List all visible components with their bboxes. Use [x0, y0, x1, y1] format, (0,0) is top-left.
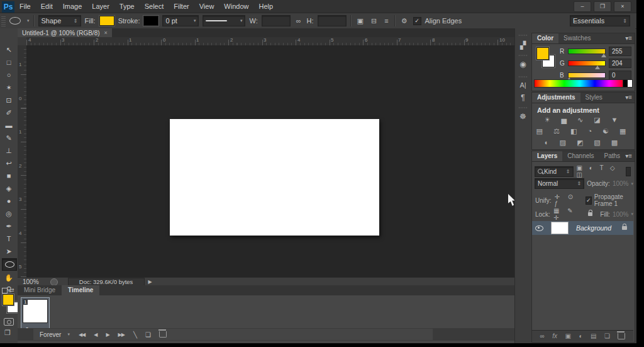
paragraph-panel-icon[interactable]: ¶ — [515, 93, 531, 102]
tab-close-icon[interactable]: × — [104, 30, 108, 36]
move-tool[interactable]: ↖ — [2, 44, 16, 55]
black-white-ramp-cap[interactable] — [623, 79, 633, 88]
lock-all-icon[interactable] — [588, 212, 592, 216]
zoom-level-field[interactable]: 100% — [23, 278, 39, 285]
new-group-folder-icon[interactable]: ▤ — [591, 333, 596, 339]
close-button[interactable]: × — [614, 1, 631, 12]
horizontal-ruler[interactable]: 4 3 2 1 0 1 2 3 4 5 6 7 8 9 10 — [26, 37, 514, 46]
loop-count-select[interactable]: Forever▾ — [40, 331, 70, 338]
menu-filter[interactable]: Filter — [169, 0, 194, 13]
eraser-tool[interactable]: ■ — [2, 170, 16, 181]
restore-button[interactable]: ❐ — [594, 1, 611, 12]
ellipse-tool-selected[interactable] — [2, 258, 17, 271]
green-slider[interactable] — [568, 60, 606, 66]
delete-frame-trash-icon[interactable] — [159, 331, 167, 338]
tab-swatches[interactable]: Swatches — [558, 33, 596, 43]
blue-value-input[interactable]: 0 — [609, 71, 631, 80]
quick-mask-icon[interactable] — [4, 318, 14, 326]
ruler-origin-corner[interactable] — [18, 37, 27, 46]
path-arrangement-icon[interactable]: ≡ — [382, 17, 390, 25]
menu-help[interactable]: Help — [253, 0, 278, 13]
hand-tool[interactable]: ✋ — [2, 272, 16, 283]
tool-preset-arrow-icon[interactable]: ▾ — [25, 18, 30, 23]
red-slider[interactable] — [568, 48, 606, 54]
menu-file[interactable]: File — [14, 0, 36, 13]
link-layers-icon[interactable]: ∞ — [540, 333, 545, 339]
blur-tool[interactable]: ● — [2, 195, 16, 207]
tab-layers[interactable]: Layers — [532, 151, 562, 161]
path-alignment-icon[interactable]: ⊟ — [369, 17, 379, 25]
new-layer-icon[interactable]: ❏ — [604, 333, 610, 339]
lasso-tool[interactable]: ○ — [2, 69, 16, 81]
fill-swatch[interactable] — [99, 16, 114, 26]
filter-type-icons[interactable]: ▣ ◐ T ◇ ◫ — [576, 164, 623, 178]
visibility-eye-icon[interactable] — [535, 225, 543, 231]
navigation-wheel-panel-icon[interactable]: ☸ — [515, 112, 531, 121]
pen-tool[interactable]: ✒ — [2, 220, 16, 232]
menu-edit[interactable]: Edit — [36, 0, 58, 13]
fill-value[interactable]: 100% — [613, 211, 629, 218]
lock-icons[interactable]: ▦ ✎ ✛ — [553, 207, 586, 221]
menu-layer[interactable]: Layer — [87, 0, 114, 13]
menu-type[interactable]: Type — [114, 0, 140, 13]
blue-slider[interactable] — [568, 72, 606, 78]
stroke-swatch[interactable] — [143, 16, 158, 26]
green-value-input[interactable]: 204 — [609, 59, 631, 68]
brush-tool[interactable]: ✎ — [2, 132, 16, 144]
adjustment-icons-row-1[interactable]: ☀ ▅ ∿ ◪ ▼ — [532, 116, 635, 124]
character-panel-icon[interactable]: A| — [515, 81, 531, 89]
tween-button[interactable]: ╲ — [133, 331, 136, 338]
menu-view[interactable]: View — [194, 0, 219, 13]
menu-window[interactable]: Window — [219, 0, 253, 13]
canvas-viewport[interactable] — [26, 45, 514, 277]
layer-name[interactable]: Background — [576, 224, 611, 232]
gradient-tool[interactable]: ◈ — [2, 183, 16, 194]
path-operations-icon[interactable]: ▣ — [355, 17, 365, 25]
tab-color[interactable]: Color — [532, 33, 558, 43]
eyedropper-tool[interactable]: ✐ — [2, 107, 16, 118]
play-button[interactable]: ▶ — [106, 332, 109, 338]
magic-wand-tool[interactable]: ✶ — [2, 82, 16, 93]
unify-icons[interactable]: ✛ ⊙ ƒ — [554, 193, 579, 207]
duplicate-frame-button[interactable]: ❏ — [145, 331, 150, 338]
filter-toggle-switch[interactable] — [626, 167, 631, 176]
stroke-width-select[interactable]: 0 pt▾ — [162, 15, 199, 26]
minimize-button[interactable]: – — [574, 1, 591, 12]
new-adjustment-layer-icon[interactable]: ◐ — [579, 333, 582, 339]
path-selection-tool[interactable]: ➤ — [2, 246, 16, 257]
width-input[interactable] — [262, 15, 291, 26]
status-flyout-arrow-icon[interactable]: ▶ — [148, 279, 152, 285]
healing-brush-tool[interactable]: ▬ — [2, 120, 16, 131]
swap-colors-icon[interactable]: ⇄ — [9, 287, 14, 293]
tab-paths[interactable]: Paths — [599, 151, 626, 161]
stroke-style-select[interactable]: ▾ — [203, 15, 245, 26]
opacity-arrow-icon[interactable]: ▾ — [631, 181, 633, 186]
panel-menu-icon[interactable]: ▾≡ — [625, 33, 635, 43]
properties-panel-icon[interactable]: ◉ — [515, 60, 531, 69]
delete-layer-trash-icon[interactable] — [618, 333, 625, 339]
menu-image[interactable]: Image — [58, 0, 87, 13]
panel-menu-icon[interactable]: ▾≡ — [625, 93, 635, 103]
adjustment-icons-row-2[interactable]: ▤ ⚖ ◧ ◔ ☯ ▦ — [532, 127, 635, 135]
tab-timeline[interactable]: Timeline — [62, 285, 99, 295]
marquee-tool[interactable]: □ — [2, 57, 16, 68]
foreground-color-swatch[interactable] — [3, 294, 14, 305]
add-mask-icon[interactable]: ▣ — [565, 333, 570, 339]
layer-style-fx-icon[interactable]: fx — [552, 333, 557, 339]
foreground-color-swatch[interactable] — [536, 47, 549, 60]
document-tab[interactable]: Untitled-1 @ 100% (RGB/8)× — [18, 28, 112, 37]
dodge-tool[interactable]: ◎ — [2, 208, 16, 219]
background-layer-row[interactable]: Background — [532, 221, 633, 235]
screen-mode-icon[interactable]: ❐ — [4, 329, 11, 337]
opacity-value[interactable]: 100% — [613, 180, 629, 187]
type-tool[interactable]: T — [2, 233, 16, 244]
canvas[interactable] — [170, 119, 379, 236]
shape-mode-select[interactable]: Shape⇕ — [38, 15, 81, 26]
menu-select[interactable]: Select — [140, 0, 169, 13]
first-frame-button[interactable]: ◀◀ — [79, 332, 85, 338]
tab-styles[interactable]: Styles — [580, 93, 608, 103]
fill-arrow-icon[interactable]: ▾ — [631, 212, 633, 217]
align-edges-checkbox[interactable]: ✓ — [413, 17, 421, 25]
ellipse-tool-preview-icon[interactable] — [9, 17, 21, 25]
workspace-select[interactable]: Essentials⇕ — [570, 15, 630, 26]
